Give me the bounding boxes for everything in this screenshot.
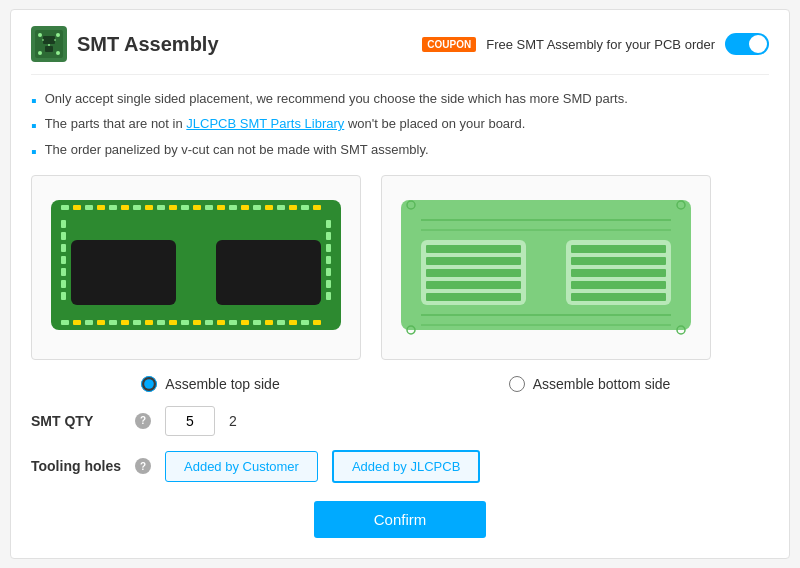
assembly-side-row: Assemble top side Assemble bottom side [31, 376, 769, 392]
smt-qty-input[interactable] [165, 406, 215, 436]
pcb-logo-icon [31, 26, 67, 62]
svg-rect-40 [61, 256, 66, 264]
svg-rect-60 [169, 320, 177, 325]
note-text-2: The parts that are not in JLCPCB SMT Par… [45, 116, 526, 131]
bottom-side-radio[interactable] [509, 376, 525, 392]
svg-rect-44 [326, 220, 331, 228]
notes-section: ▪ Only accept single sided placement, we… [31, 91, 769, 161]
top-side-pcb-container [31, 175, 361, 360]
svg-rect-62 [193, 320, 201, 325]
svg-point-5 [56, 51, 60, 55]
svg-rect-59 [157, 320, 165, 325]
svg-rect-24 [169, 205, 177, 210]
svg-rect-87 [426, 269, 521, 277]
top-side-radio[interactable] [141, 376, 157, 392]
svg-rect-68 [265, 320, 273, 325]
svg-rect-58 [145, 320, 153, 325]
svg-rect-93 [571, 281, 666, 289]
svg-rect-64 [217, 320, 225, 325]
svg-point-3 [56, 33, 60, 37]
tooling-customer-btn[interactable]: Added by Customer [165, 451, 318, 482]
smt-toggle[interactable] [725, 33, 769, 55]
svg-rect-23 [157, 205, 165, 210]
svg-rect-65 [229, 320, 237, 325]
svg-rect-16 [73, 205, 81, 210]
svg-rect-50 [326, 292, 331, 300]
svg-rect-22 [145, 205, 153, 210]
bottom-side-pcb-container [381, 175, 711, 360]
svg-rect-61 [181, 320, 189, 325]
bottom-side-group[interactable]: Assemble bottom side [410, 376, 769, 392]
svg-rect-14 [176, 255, 216, 285]
svg-rect-51 [61, 320, 69, 325]
svg-rect-53 [85, 320, 93, 325]
bottom-side-label: Assemble bottom side [533, 376, 671, 392]
svg-rect-31 [253, 205, 261, 210]
top-side-label: Assemble top side [165, 376, 279, 392]
tooling-holes-label: Tooling holes [31, 458, 121, 474]
header-right: COUPON Free SMT Assembly for your PCB or… [422, 33, 769, 55]
svg-rect-13 [216, 240, 321, 305]
svg-rect-48 [326, 268, 331, 276]
svg-rect-21 [133, 205, 141, 210]
smt-qty-value: 2 [229, 413, 237, 429]
note-text-3: The order panelized by v-cut can not be … [45, 142, 429, 157]
note-text-1: Only accept single sided placement, we r… [45, 91, 628, 106]
svg-rect-94 [571, 293, 666, 301]
confirm-button[interactable]: Confirm [314, 501, 487, 538]
svg-rect-45 [326, 232, 331, 240]
svg-rect-54 [97, 320, 105, 325]
svg-rect-15 [61, 205, 69, 210]
svg-point-2 [38, 33, 42, 37]
svg-rect-41 [61, 268, 66, 276]
svg-rect-49 [326, 280, 331, 288]
tooling-help-icon[interactable]: ? [135, 458, 151, 474]
svg-rect-86 [426, 257, 521, 265]
pcb-images-row [31, 175, 769, 360]
svg-rect-26 [193, 205, 201, 210]
svg-rect-43 [61, 292, 66, 300]
svg-rect-19 [109, 205, 117, 210]
top-side-group[interactable]: Assemble top side [31, 376, 390, 392]
toggle-knob [749, 35, 767, 53]
bottom-side-pcb-image [391, 185, 701, 350]
svg-rect-36 [313, 205, 321, 210]
svg-rect-17 [85, 205, 93, 210]
header: SMT Assembly COUPON Free SMT Assembly fo… [31, 26, 769, 75]
svg-rect-85 [426, 245, 521, 253]
svg-rect-38 [61, 232, 66, 240]
svg-rect-30 [241, 205, 249, 210]
svg-rect-92 [571, 269, 666, 277]
tooling-holes-row: Tooling holes ? Added by Customer Added … [31, 450, 769, 483]
svg-rect-76 [526, 255, 566, 285]
svg-rect-88 [426, 281, 521, 289]
svg-rect-90 [571, 245, 666, 253]
tooling-jlcpcb-btn[interactable]: Added by JLCPCB [332, 450, 480, 483]
smt-qty-help-icon[interactable]: ? [135, 413, 151, 429]
svg-rect-35 [301, 205, 309, 210]
note-item-3: ▪ The order panelized by v-cut can not b… [31, 142, 769, 161]
top-side-pcb-image [41, 185, 351, 350]
svg-point-4 [38, 51, 42, 55]
svg-rect-25 [181, 205, 189, 210]
svg-rect-28 [217, 205, 225, 210]
note-item-1: ▪ Only accept single sided placement, we… [31, 91, 769, 110]
svg-rect-66 [241, 320, 249, 325]
svg-rect-52 [73, 320, 81, 325]
svg-rect-39 [61, 244, 66, 252]
bullet-icon-3: ▪ [31, 142, 37, 161]
svg-rect-55 [109, 320, 117, 325]
svg-rect-71 [301, 320, 309, 325]
svg-rect-63 [205, 320, 213, 325]
svg-rect-70 [289, 320, 297, 325]
smt-assembly-card: SMT Assembly COUPON Free SMT Assembly fo… [10, 9, 790, 559]
svg-rect-69 [277, 320, 285, 325]
svg-rect-37 [61, 220, 66, 228]
svg-rect-33 [277, 205, 285, 210]
svg-rect-20 [121, 205, 129, 210]
jlcpcb-parts-link[interactable]: JLCPCB SMT Parts Library [186, 116, 344, 131]
svg-rect-42 [61, 280, 66, 288]
svg-rect-56 [121, 320, 129, 325]
svg-rect-67 [253, 320, 261, 325]
svg-rect-18 [97, 205, 105, 210]
